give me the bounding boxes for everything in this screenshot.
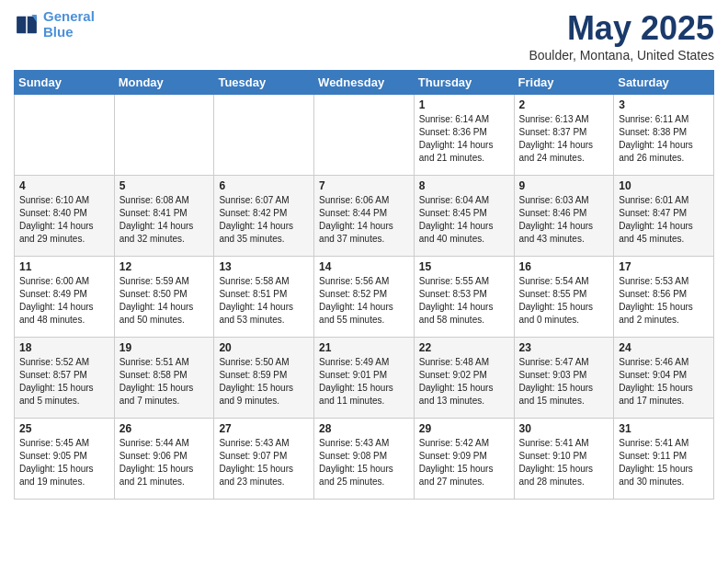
calendar-cell: 9Sunrise: 6:03 AM Sunset: 8:46 PM Daylig… bbox=[514, 176, 614, 257]
calendar-cell: 28Sunrise: 5:43 AM Sunset: 9:08 PM Dayli… bbox=[314, 419, 415, 500]
day-number: 6 bbox=[219, 179, 309, 192]
day-number: 30 bbox=[519, 422, 609, 435]
day-info: Sunrise: 6:13 AM Sunset: 8:37 PM Dayligh… bbox=[519, 113, 609, 165]
calendar-cell: 25Sunrise: 5:45 AM Sunset: 9:05 PM Dayli… bbox=[15, 419, 115, 500]
day-number: 20 bbox=[219, 341, 309, 354]
svg-rect-0 bbox=[17, 16, 27, 33]
day-number: 29 bbox=[419, 422, 509, 435]
calendar-cell: 6Sunrise: 6:07 AM Sunset: 8:42 PM Daylig… bbox=[214, 176, 314, 257]
calendar-cell: 31Sunrise: 5:41 AM Sunset: 9:11 PM Dayli… bbox=[614, 419, 714, 500]
day-info: Sunrise: 5:56 AM Sunset: 8:52 PM Dayligh… bbox=[319, 275, 409, 327]
day-number: 31 bbox=[619, 422, 709, 435]
day-number: 12 bbox=[119, 260, 210, 273]
calendar-cell bbox=[114, 95, 214, 176]
logo-blue: Blue bbox=[43, 24, 74, 40]
day-info: Sunrise: 6:07 AM Sunset: 8:42 PM Dayligh… bbox=[219, 194, 309, 246]
calendar-cell bbox=[214, 95, 314, 176]
calendar-header-row: SundayMondayTuesdayWednesdayThursdayFrid… bbox=[15, 71, 714, 95]
calendar-cell: 27Sunrise: 5:43 AM Sunset: 9:07 PM Dayli… bbox=[214, 419, 314, 500]
day-number: 22 bbox=[419, 341, 509, 354]
calendar-cell: 13Sunrise: 5:58 AM Sunset: 8:51 PM Dayli… bbox=[214, 257, 314, 338]
day-info: Sunrise: 5:47 AM Sunset: 9:03 PM Dayligh… bbox=[519, 356, 609, 408]
day-info: Sunrise: 5:43 AM Sunset: 9:08 PM Dayligh… bbox=[319, 437, 409, 488]
day-number: 3 bbox=[619, 98, 709, 111]
day-info: Sunrise: 6:03 AM Sunset: 8:46 PM Dayligh… bbox=[519, 194, 609, 246]
calendar-week-row: 25Sunrise: 5:45 AM Sunset: 9:05 PM Dayli… bbox=[15, 419, 714, 500]
main-title: May 2025 bbox=[529, 9, 714, 48]
day-info: Sunrise: 5:59 AM Sunset: 8:50 PM Dayligh… bbox=[119, 275, 210, 327]
calendar-day-header: Friday bbox=[514, 71, 614, 95]
calendar-day-header: Thursday bbox=[414, 71, 514, 95]
header: General Blue May 2025 Boulder, Montana, … bbox=[14, 9, 714, 63]
day-number: 17 bbox=[619, 260, 709, 273]
day-info: Sunrise: 5:43 AM Sunset: 9:07 PM Dayligh… bbox=[219, 437, 309, 488]
day-number: 13 bbox=[219, 260, 309, 273]
calendar-table: SundayMondayTuesdayWednesdayThursdayFrid… bbox=[14, 70, 714, 500]
day-info: Sunrise: 6:11 AM Sunset: 8:38 PM Dayligh… bbox=[619, 113, 709, 165]
calendar-cell: 26Sunrise: 5:44 AM Sunset: 9:06 PM Dayli… bbox=[114, 419, 214, 500]
day-info: Sunrise: 5:46 AM Sunset: 9:04 PM Dayligh… bbox=[619, 356, 709, 408]
calendar-cell: 29Sunrise: 5:42 AM Sunset: 9:09 PM Dayli… bbox=[414, 419, 514, 500]
day-info: Sunrise: 6:06 AM Sunset: 8:44 PM Dayligh… bbox=[319, 194, 409, 246]
day-number: 16 bbox=[519, 260, 609, 273]
day-number: 23 bbox=[519, 341, 609, 354]
calendar-cell: 21Sunrise: 5:49 AM Sunset: 9:01 PM Dayli… bbox=[314, 338, 415, 419]
day-number: 5 bbox=[119, 179, 210, 192]
day-number: 8 bbox=[419, 179, 509, 192]
day-info: Sunrise: 5:49 AM Sunset: 9:01 PM Dayligh… bbox=[319, 356, 409, 408]
day-info: Sunrise: 5:52 AM Sunset: 8:57 PM Dayligh… bbox=[19, 356, 109, 408]
day-info: Sunrise: 5:53 AM Sunset: 8:56 PM Dayligh… bbox=[619, 275, 709, 327]
calendar-day-header: Monday bbox=[114, 71, 214, 95]
day-info: Sunrise: 5:50 AM Sunset: 8:59 PM Dayligh… bbox=[219, 356, 309, 408]
page: General Blue May 2025 Boulder, Montana, … bbox=[0, 0, 728, 513]
logo-icon bbox=[14, 12, 40, 38]
logo-general: General bbox=[43, 8, 95, 24]
calendar-cell: 7Sunrise: 6:06 AM Sunset: 8:44 PM Daylig… bbox=[314, 176, 415, 257]
day-info: Sunrise: 6:14 AM Sunset: 8:36 PM Dayligh… bbox=[419, 113, 509, 165]
day-info: Sunrise: 6:01 AM Sunset: 8:47 PM Dayligh… bbox=[619, 194, 709, 246]
day-number: 15 bbox=[419, 260, 509, 273]
calendar-week-row: 1Sunrise: 6:14 AM Sunset: 8:36 PM Daylig… bbox=[15, 95, 714, 176]
day-info: Sunrise: 5:55 AM Sunset: 8:53 PM Dayligh… bbox=[419, 275, 509, 327]
day-number: 10 bbox=[619, 179, 709, 192]
subtitle: Boulder, Montana, United States bbox=[529, 48, 714, 63]
day-number: 19 bbox=[119, 341, 210, 354]
day-number: 26 bbox=[119, 422, 210, 435]
day-info: Sunrise: 6:08 AM Sunset: 8:41 PM Dayligh… bbox=[119, 194, 210, 246]
day-number: 14 bbox=[319, 260, 409, 273]
calendar-cell: 24Sunrise: 5:46 AM Sunset: 9:04 PM Dayli… bbox=[614, 338, 714, 419]
calendar-cell: 10Sunrise: 6:01 AM Sunset: 8:47 PM Dayli… bbox=[614, 176, 714, 257]
day-info: Sunrise: 5:41 AM Sunset: 9:11 PM Dayligh… bbox=[619, 437, 709, 488]
calendar-day-header: Wednesday bbox=[314, 71, 415, 95]
day-number: 21 bbox=[319, 341, 409, 354]
day-info: Sunrise: 5:51 AM Sunset: 8:58 PM Dayligh… bbox=[119, 356, 210, 408]
calendar-cell: 11Sunrise: 6:00 AM Sunset: 8:49 PM Dayli… bbox=[15, 257, 115, 338]
day-info: Sunrise: 5:58 AM Sunset: 8:51 PM Dayligh… bbox=[219, 275, 309, 327]
calendar-cell: 14Sunrise: 5:56 AM Sunset: 8:52 PM Dayli… bbox=[314, 257, 415, 338]
day-number: 27 bbox=[219, 422, 309, 435]
day-number: 9 bbox=[519, 179, 609, 192]
calendar-day-header: Saturday bbox=[614, 71, 714, 95]
day-number: 18 bbox=[19, 341, 109, 354]
calendar-cell: 2Sunrise: 6:13 AM Sunset: 8:37 PM Daylig… bbox=[514, 95, 614, 176]
calendar-cell: 19Sunrise: 5:51 AM Sunset: 8:58 PM Dayli… bbox=[114, 338, 214, 419]
day-number: 28 bbox=[319, 422, 409, 435]
calendar-cell: 12Sunrise: 5:59 AM Sunset: 8:50 PM Dayli… bbox=[114, 257, 214, 338]
calendar-cell: 22Sunrise: 5:48 AM Sunset: 9:02 PM Dayli… bbox=[414, 338, 514, 419]
calendar-cell: 15Sunrise: 5:55 AM Sunset: 8:53 PM Dayli… bbox=[414, 257, 514, 338]
day-info: Sunrise: 5:54 AM Sunset: 8:55 PM Dayligh… bbox=[519, 275, 609, 327]
svg-rect-2 bbox=[26, 16, 28, 33]
day-info: Sunrise: 5:41 AM Sunset: 9:10 PM Dayligh… bbox=[519, 437, 609, 488]
calendar-cell bbox=[15, 95, 115, 176]
day-info: Sunrise: 6:00 AM Sunset: 8:49 PM Dayligh… bbox=[19, 275, 109, 327]
calendar-cell: 4Sunrise: 6:10 AM Sunset: 8:40 PM Daylig… bbox=[15, 176, 115, 257]
logo-text: General Blue bbox=[43, 9, 95, 40]
logo: General Blue bbox=[14, 9, 95, 40]
day-info: Sunrise: 5:48 AM Sunset: 9:02 PM Dayligh… bbox=[419, 356, 509, 408]
calendar-day-header: Sunday bbox=[15, 71, 115, 95]
day-number: 24 bbox=[619, 341, 709, 354]
calendar-week-row: 11Sunrise: 6:00 AM Sunset: 8:49 PM Dayli… bbox=[15, 257, 714, 338]
calendar-cell: 1Sunrise: 6:14 AM Sunset: 8:36 PM Daylig… bbox=[414, 95, 514, 176]
calendar-cell: 17Sunrise: 5:53 AM Sunset: 8:56 PM Dayli… bbox=[614, 257, 714, 338]
title-block: May 2025 Boulder, Montana, United States bbox=[529, 9, 714, 63]
